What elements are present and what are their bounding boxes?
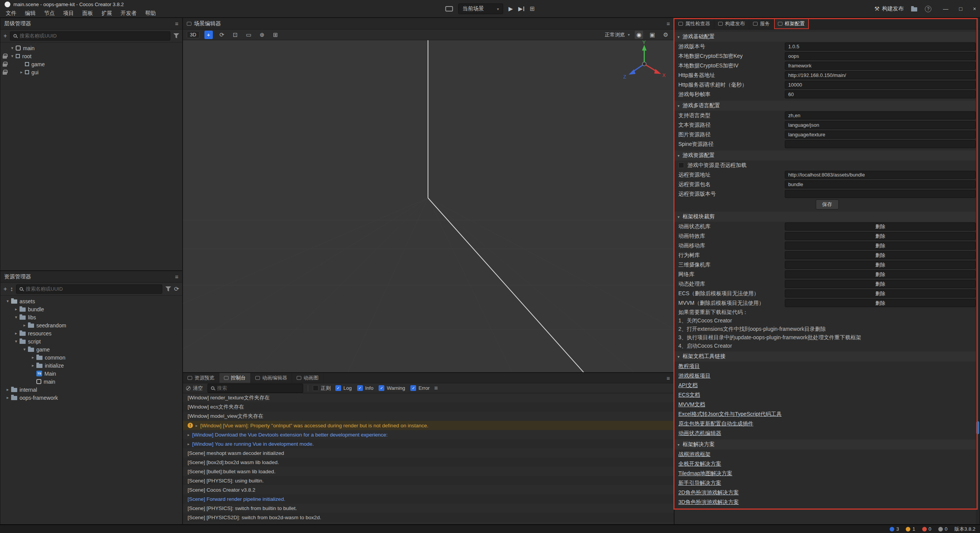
- hierarchy-search-input[interactable]: [20, 33, 167, 39]
- project-folder-icon[interactable]: [911, 7, 917, 11]
- section-header[interactable]: ▾游戏基础配置: [675, 32, 980, 42]
- solution-link[interactable]: 新手引导解决方案: [675, 478, 980, 488]
- scene-menu-icon[interactable]: ≡: [666, 20, 670, 27]
- property-input[interactable]: [785, 121, 976, 129]
- expand-arrow-icon[interactable]: ▾: [13, 339, 20, 344]
- minimize-button[interactable]: —: [943, 6, 948, 12]
- hierarchy-search[interactable]: [10, 31, 170, 41]
- doc-link[interactable]: 游戏模板项目: [675, 371, 980, 381]
- asset-node-oops-framework[interactable]: ▸oops-framework: [0, 394, 182, 402]
- doc-link[interactable]: 原生包热更新配置自动生成插件: [675, 419, 980, 428]
- asset-node-resources[interactable]: ▸resources: [0, 329, 182, 337]
- asset-node-script[interactable]: ▾script: [0, 337, 182, 345]
- asset-node-assets[interactable]: ▾assets: [0, 297, 182, 305]
- help-icon[interactable]: ?: [925, 6, 931, 12]
- console-menu-icon[interactable]: ≡: [666, 375, 670, 381]
- solution-link[interactable]: 2D角色扮演游戏解决方案: [675, 488, 980, 497]
- expand-arrow-icon[interactable]: ▸: [29, 355, 36, 360]
- asset-node-main[interactable]: main: [0, 378, 182, 386]
- filter-icon[interactable]: [173, 33, 179, 38]
- menu-面板[interactable]: 面板: [78, 9, 97, 17]
- doc-link[interactable]: API文档: [675, 381, 980, 390]
- assets-menu-icon[interactable]: ≡: [175, 273, 178, 280]
- view-gizmo[interactable]: Y X Z: [619, 40, 669, 90]
- property-input[interactable]: [785, 52, 976, 60]
- log-row[interactable]: [Scene] [PHYSICS2D]: switch from box2d-w…: [183, 513, 674, 522]
- log-row[interactable]: [Scene] Cocos Creator v3.8.2: [183, 485, 674, 494]
- delete-button[interactable]: 删除: [785, 242, 976, 250]
- status-counter-notification[interactable]: 0: [938, 526, 947, 532]
- menu-节点[interactable]: 节点: [40, 9, 59, 17]
- console-tab-动画编辑器[interactable]: 动画编辑器: [251, 373, 292, 383]
- expand-arrow-icon[interactable]: ▸: [13, 307, 20, 312]
- section-header[interactable]: ▾框架文档工具链接: [675, 352, 980, 361]
- doc-link[interactable]: 教程项目: [675, 361, 980, 371]
- console-tab-动画图[interactable]: 动画图: [292, 373, 323, 383]
- scrollbar[interactable]: [976, 29, 980, 524]
- doc-link[interactable]: MVVM文档: [675, 400, 980, 409]
- log-row[interactable]: [Window] render_texture文件夹存在: [183, 393, 674, 402]
- asset-node-common[interactable]: ▸common: [0, 353, 182, 361]
- expand-arrow-icon[interactable]: ▸: [188, 442, 189, 446]
- rotate-tool-icon[interactable]: ⟳: [218, 31, 226, 39]
- remote-load-checkbox[interactable]: [678, 162, 684, 168]
- log-row[interactable]: [Scene] [PHYSICS]: switch from builtin t…: [183, 504, 674, 513]
- asset-node-libs[interactable]: ▾libs: [0, 313, 182, 321]
- expand-arrow-icon[interactable]: ▸: [13, 331, 20, 336]
- log-row[interactable]: [Scene] [PHYSICS]: using builtin.: [183, 476, 674, 485]
- status-counter-error[interactable]: 0: [922, 526, 931, 532]
- play-button[interactable]: ▶: [508, 5, 513, 12]
- expand-arrow-icon[interactable]: ▸: [4, 395, 11, 400]
- filter-Log[interactable]: ✓Log: [335, 385, 352, 391]
- scrollbar-thumb[interactable]: [976, 421, 979, 434]
- console-tab-资源预览[interactable]: 资源预览: [183, 373, 219, 383]
- clear-console-button[interactable]: 清空: [186, 385, 203, 392]
- log-row[interactable]: [Window] ecs文件夹存在: [183, 402, 674, 412]
- log-row[interactable]: [Scene] Forward render pipeline initiali…: [183, 494, 674, 504]
- close-button[interactable]: ×: [973, 6, 976, 12]
- log-row[interactable]: ▸[Window] Download the Vue Devtools exte…: [183, 430, 674, 439]
- save-button[interactable]: 保存: [816, 199, 839, 209]
- layout-grid-icon[interactable]: ⊞: [529, 6, 534, 12]
- console-search-input[interactable]: [217, 385, 300, 391]
- log-row[interactable]: [Scene] [bullet]:bullet wasm lib loaded.: [183, 467, 674, 476]
- expand-arrow-icon[interactable]: ▾: [9, 46, 16, 51]
- pivot-toggle-icon[interactable]: ⊕: [258, 31, 266, 39]
- asset-node-bundle[interactable]: ▸bundle: [0, 305, 182, 313]
- light-toggle-icon[interactable]: ◉: [635, 31, 643, 39]
- expand-arrow-icon[interactable]: ▸: [21, 323, 28, 328]
- hierarchy-menu-icon[interactable]: ≡: [175, 20, 178, 27]
- scale-tool-icon[interactable]: ⊡: [231, 31, 240, 39]
- gear-icon[interactable]: ⚙: [662, 31, 670, 39]
- move-tool-icon[interactable]: +: [204, 31, 213, 39]
- refresh-icon[interactable]: ⟳: [174, 286, 179, 292]
- filter-icon[interactable]: [165, 286, 171, 291]
- solution-link[interactable]: 全栈开发解决方案: [675, 459, 980, 469]
- hierarchy-node-root[interactable]: ▾root: [0, 52, 182, 60]
- asset-node-initialize[interactable]: ▸initialize: [0, 361, 182, 370]
- log-row[interactable]: [Scene] meshopt wasm decoder initialized: [183, 448, 674, 458]
- menu-编辑[interactable]: 编辑: [21, 9, 40, 17]
- expand-arrow-icon[interactable]: ▾: [4, 299, 11, 304]
- console-tab-控制台[interactable]: 控制台: [219, 373, 251, 383]
- section-header[interactable]: ▾框架解决方案: [675, 440, 980, 450]
- property-input[interactable]: [785, 62, 976, 70]
- property-input[interactable]: [785, 131, 976, 139]
- camera-icon[interactable]: ▣: [648, 31, 657, 39]
- menu-项目[interactable]: 项目: [59, 9, 78, 17]
- expand-arrow-icon[interactable]: ▾: [9, 54, 16, 59]
- property-input[interactable]: [785, 190, 976, 198]
- expand-arrow-icon[interactable]: ▸: [4, 387, 11, 392]
- assets-search[interactable]: [16, 284, 162, 294]
- asset-node-Main[interactable]: TSMain: [0, 370, 182, 378]
- doc-link[interactable]: Excel格式转Json文件与TypeScript代码工具: [675, 409, 980, 419]
- scene-selector[interactable]: 当前场景 ▾: [458, 3, 503, 14]
- filter-Error[interactable]: ✓Error: [410, 385, 430, 391]
- expand-arrow-icon[interactable]: ▸: [196, 423, 198, 428]
- solution-link[interactable]: 3D角色扮演游戏解决方案: [675, 497, 980, 507]
- section-header[interactable]: ▾游戏多语言配置: [675, 101, 980, 111]
- property-input[interactable]: [785, 81, 976, 89]
- filter-Warning[interactable]: ✓Warning: [379, 385, 405, 391]
- asset-node-game[interactable]: ▾game: [0, 345, 182, 353]
- step-button[interactable]: ▶: [518, 5, 524, 12]
